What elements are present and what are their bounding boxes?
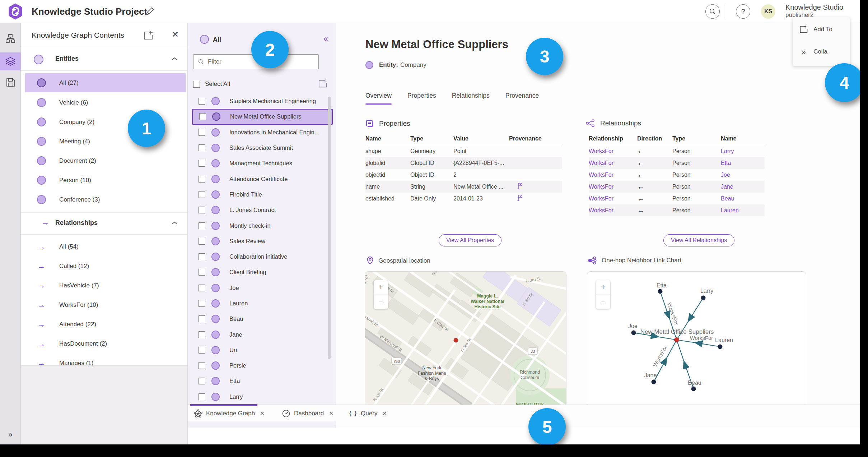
map-canvas[interactable]: W Clay St E Clay St Marshall St W Marsha…	[365, 272, 566, 407]
relationship-type-item-hasvehicle[interactable]: → HasVehicle (7)	[25, 276, 186, 295]
zoom-out-button[interactable]: −	[374, 295, 388, 309]
relationships-section-header[interactable]: → Relationships	[21, 212, 187, 235]
tab-properties[interactable]: Properties	[407, 92, 436, 105]
item-checkbox[interactable]	[199, 285, 205, 291]
tab-knowledge-graph[interactable]: Knowledge Graph ✕	[194, 405, 265, 422]
close-tab-icon[interactable]: ✕	[382, 410, 387, 417]
list-item[interactable]: Uri	[192, 342, 333, 358]
tab-provenance[interactable]: Provenance	[505, 92, 539, 105]
relationship-type-item-worksfor[interactable]: → WorksFor (10)	[25, 295, 186, 314]
item-checkbox[interactable]	[199, 269, 205, 276]
close-tab-icon[interactable]: ✕	[329, 410, 333, 417]
list-item[interactable]: Sales Review	[192, 234, 333, 249]
list-header-all[interactable]: All	[213, 36, 221, 43]
entity-type-item-conference[interactable]: Conference (3)	[25, 190, 186, 209]
list-item[interactable]: Sales Associate Summit	[192, 140, 333, 156]
relationship-link[interactable]: WorksFor	[589, 195, 637, 202]
item-checkbox[interactable]	[199, 98, 205, 105]
add-to-new-window-icon[interactable]	[143, 30, 154, 41]
relationship-link[interactable]: WorksFor	[589, 148, 637, 154]
rel-name-link[interactable]: Etta	[721, 160, 765, 166]
item-checkbox[interactable]	[199, 191, 205, 198]
user-avatar[interactable]: KS	[761, 4, 775, 19]
list-item[interactable]: Client Briefing	[192, 264, 333, 280]
user-identity[interactable]: Knowledge Studio publisher2	[785, 3, 843, 19]
rel-name-link[interactable]: Beau	[721, 195, 765, 202]
rel-name-link[interactable]: Jane	[721, 184, 765, 190]
relationship-link[interactable]: WorksFor	[589, 207, 637, 214]
item-checkbox[interactable]	[199, 300, 205, 307]
relationship-type-item-hasdocument[interactable]: → HasDocument (2)	[25, 334, 186, 353]
search-button[interactable]	[705, 4, 720, 19]
close-panel-button[interactable]: ✕	[172, 29, 179, 40]
entities-section-header[interactable]: Entities	[21, 49, 187, 71]
tab-relationships[interactable]: Relationships	[452, 92, 490, 105]
rel-name-link[interactable]: Joe	[721, 172, 765, 178]
list-item[interactable]: Beau	[192, 311, 333, 327]
item-checkbox[interactable]	[199, 207, 205, 213]
rel-name-link[interactable]: Larry	[721, 148, 765, 154]
zoom-out-button[interactable]: −	[596, 295, 610, 309]
relationship-link[interactable]: WorksFor	[589, 172, 637, 178]
list-item[interactable]: Innovations in Mechanical Engin...	[192, 125, 333, 140]
rail-item-save[interactable]	[0, 73, 21, 91]
item-checkbox[interactable]	[199, 113, 206, 120]
list-item[interactable]: Larry	[192, 389, 333, 405]
edit-title-pencil-icon[interactable]	[145, 6, 155, 17]
collapse-panel-button[interactable]: «	[323, 34, 328, 44]
link-chart-canvas[interactable]: Etta Larry Joe Lauren Jane Beau New Meta…	[587, 272, 806, 407]
list-item[interactable]: Firebird Title	[192, 187, 333, 202]
relationship-type-item-called[interactable]: → Called (12)	[25, 257, 186, 276]
vertical-scrollbar[interactable]	[328, 97, 331, 359]
expand-rail-button[interactable]: »	[0, 430, 21, 439]
zoom-in-button[interactable]: +	[374, 280, 388, 295]
entity-type-item-all[interactable]: All (27)	[25, 73, 186, 92]
add-to-new-window-icon[interactable]	[318, 79, 328, 89]
relationship-link[interactable]: WorksFor	[589, 184, 637, 190]
item-checkbox[interactable]	[199, 378, 205, 384]
entity-type-item-document[interactable]: Document (2)	[25, 151, 186, 170]
item-checkbox[interactable]	[199, 253, 205, 260]
item-checkbox[interactable]	[199, 144, 205, 151]
relationship-type-item-all[interactable]: → All (54)	[25, 237, 186, 256]
close-tab-icon[interactable]: ✕	[260, 410, 265, 417]
list-item[interactable]: Montly check-in	[192, 218, 333, 233]
list-item[interactable]: Lauren	[192, 296, 333, 311]
list-item[interactable]: Persie	[192, 358, 333, 373]
list-item[interactable]: Staplers Mechanical Engineering	[192, 93, 333, 109]
list-item[interactable]: Managment Techniques	[192, 156, 333, 171]
rel-name-link[interactable]: Lauren	[721, 207, 765, 214]
list-item[interactable]: Jane	[192, 327, 333, 342]
tab-query[interactable]: { } Query ✕	[349, 405, 387, 422]
help-button[interactable]: ?	[736, 4, 750, 19]
relationship-link[interactable]: WorksFor	[589, 160, 637, 166]
item-checkbox[interactable]	[199, 238, 205, 245]
item-checkbox[interactable]	[199, 160, 205, 167]
item-checkbox[interactable]	[199, 393, 205, 400]
entity-type-item-person[interactable]: Person (10)	[25, 171, 186, 190]
tab-overview[interactable]: Overview	[365, 92, 392, 105]
knowledge-studio-logo-icon[interactable]	[7, 3, 24, 20]
item-checkbox[interactable]	[199, 331, 205, 338]
list-item[interactable]: Collaboration initiative	[192, 249, 333, 264]
item-checkbox[interactable]	[199, 315, 205, 322]
menu-item-collapse[interactable]: » Colla	[793, 44, 850, 60]
provenance-flag-icon[interactable]	[517, 194, 523, 201]
list-item[interactable]: Etta	[192, 373, 333, 389]
provenance-flag-icon[interactable]	[517, 183, 523, 189]
select-all-row[interactable]: Select All	[193, 77, 331, 91]
relationship-type-item-attended[interactable]: → Attended (22)	[25, 315, 186, 334]
item-checkbox[interactable]	[199, 129, 205, 136]
list-item[interactable]: Joe	[192, 280, 333, 296]
view-all-properties-button[interactable]: View All Properties	[439, 234, 501, 246]
location-marker-dot[interactable]	[454, 338, 458, 342]
menu-item-add-to[interactable]: Add To	[793, 22, 850, 37]
entity-type-item-vehicle[interactable]: Vehicle (6)	[25, 93, 186, 112]
rail-item-contents[interactable]	[0, 52, 21, 70]
item-checkbox[interactable]	[199, 347, 205, 354]
select-all-checkbox[interactable]	[193, 81, 200, 88]
list-item-selected[interactable]: New Metal Office Suppliers	[192, 109, 333, 124]
item-checkbox[interactable]	[199, 176, 205, 183]
list-item[interactable]: L. Jones Contract	[192, 202, 333, 218]
view-all-relationships-button[interactable]: View All Relationships	[663, 234, 734, 246]
